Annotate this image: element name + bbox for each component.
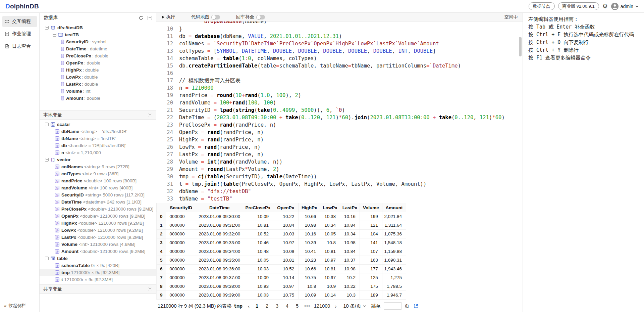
collapse-shared-icon[interactable] — [148, 287, 152, 291]
page-number[interactable]: 5 — [292, 303, 302, 309]
refresh-icon[interactable] — [139, 15, 144, 20]
table-row[interactable]: 10000002023.01.08 09:31:0010.8110.8410.9… — [157, 221, 406, 230]
variable-item[interactable]: @HighPx<double> 1210000 rows [9.2MB] — [40, 220, 156, 227]
db-tree-column[interactable]: PreClosePx: double — [40, 52, 156, 59]
scrollbar-thumb[interactable] — [519, 37, 522, 56]
variable-desc: <int> = 1,210,000 — [65, 150, 101, 155]
column-header[interactable]: SecurityID — [166, 203, 196, 212]
column-header[interactable]: LastPx — [340, 203, 360, 212]
variable-item[interactable]: @tmp1210000r × 9c [92.3MB] — [40, 269, 156, 276]
table-row[interactable]: 00000002023.01.08 09:30:0010.0910.2210.6… — [157, 212, 406, 221]
variable-item[interactable]: @db<handle> = 'DB[dfs://testDB]' — [40, 142, 156, 149]
column-header[interactable]: PreClosePx — [243, 203, 273, 212]
logo-text: olphinDB — [10, 3, 39, 10]
variable-item[interactable]: @schemaTable0r × 9c [420B] — [40, 262, 156, 269]
column-header[interactable]: Amount — [382, 203, 406, 212]
play-icon — [162, 15, 164, 19]
variable-item[interactable]: @randVolume<int> 100 rows [400B] — [40, 184, 156, 191]
tree-collapse-icon[interactable] — [45, 123, 49, 126]
variable-item[interactable]: @n<int> = 1,210,000 — [40, 149, 156, 156]
sidebar-item-interactive-programming[interactable]: 交互编程 — [2, 16, 37, 27]
table-row[interactable]: 70000002023.01.08 09:37:0010.0910.1410.7… — [157, 273, 406, 282]
db-tree-column[interactable]: SecurityID: symbol — [40, 38, 156, 45]
variable-item[interactable]: @tbName<string> = 'testTB' — [40, 135, 156, 142]
collapse-panel-icon[interactable] — [148, 16, 152, 20]
page-size-select[interactable]: 10 条/页 — [343, 303, 366, 309]
data-node-badge[interactable]: 数据节点 — [529, 2, 555, 10]
pagination-bar: 1210000 行 9 列 (92.3 MB) 的表格tmp‹12345•••1… — [156, 300, 523, 312]
variable-item[interactable]: @LastPx<double> 1210000 rows [9.2MB] — [40, 234, 156, 241]
db-tree-column[interactable]: Volume: int — [40, 88, 156, 95]
db-tree-column[interactable]: DateTime: datetime — [40, 45, 156, 52]
db-tree-node-table[interactable]: testTB — [40, 31, 156, 38]
code-text: randPrice = round(10+rand(1.0, 100), 2) — [173, 92, 301, 99]
page-number[interactable]: 3 — [272, 303, 282, 309]
version-badge[interactable]: 商业版 v2.00.9.1 — [558, 2, 599, 10]
column-header[interactable]: Volume — [360, 203, 382, 212]
column-header[interactable]: HighPx — [299, 203, 320, 212]
tree-collapse-icon[interactable] — [45, 257, 49, 260]
table-row[interactable]: 60000002023.01.08 09:36:0010.0310.5210.6… — [157, 265, 406, 273]
jump-page-input[interactable] — [384, 302, 402, 310]
page-number[interactable]: 2 — [262, 303, 272, 309]
page-number[interactable]: 4 — [282, 303, 292, 309]
table-row[interactable]: 50000002023.01.08 09:35:0010.0510.8110.2… — [157, 256, 406, 265]
variable-item[interactable]: @OpenPx<double> 1210000 rows [9.2MB] — [40, 213, 156, 220]
variable-name: DateTime — [61, 199, 82, 205]
column-header[interactable]: DateTime — [196, 203, 243, 212]
variable-item[interactable]: @t1210000r × 9c [92.3MB] — [40, 276, 156, 283]
page-number[interactable]: 1 — [252, 303, 262, 309]
db-tree-column[interactable]: Amount: double — [40, 95, 156, 102]
variable-item[interactable]: @LowPx<double> 1210000 rows [9.2MB] — [40, 227, 156, 234]
variable-item[interactable]: @randPrice<double> 100 rows [800B] — [40, 177, 156, 184]
table-row[interactable]: 20000002023.01.08 09:32:0010.5210.0310.1… — [157, 230, 406, 238]
db-tree-column[interactable]: OpenPx: double — [40, 59, 156, 66]
table-row[interactable]: 80000002023.01.08 09:38:0010.9310.9710.8… — [157, 282, 406, 291]
db-tree-column[interactable]: LastPx: double — [40, 81, 156, 88]
table-cell: 2023.01.08 09:34:00 — [196, 247, 243, 256]
variable-item[interactable]: @colTypes<int> 9 rows [36B] — [40, 170, 156, 177]
next-page-button[interactable]: › — [333, 303, 338, 309]
db-tree-column[interactable]: LowPx: double — [40, 74, 156, 81]
table-row[interactable]: 30000002023.01.08 09:33:0010.4610.9710.3… — [157, 238, 406, 247]
column-header[interactable]: LowPx — [320, 203, 340, 212]
tree-collapse-icon[interactable] — [53, 33, 56, 37]
db-tree-node-database[interactable]: dfs://testDB — [40, 24, 156, 31]
code-map-toggle[interactable] — [211, 15, 220, 19]
db-tree-column[interactable]: HighPx: double — [40, 66, 156, 74]
table-row[interactable]: 40000002023.01.08 09:34:0010.4810.0910.4… — [157, 247, 406, 256]
column-header[interactable]: OpenPx — [273, 203, 299, 212]
table-cell: 1,548.18 — [382, 238, 406, 247]
export-table-icon[interactable] — [413, 304, 418, 309]
variable-item[interactable]: @Amount<double> 1210000 rows [9.2MB] — [40, 248, 156, 255]
code-editor[interactable]: dropDatabase(dbName)10}11db = database(d… — [156, 21, 523, 203]
user-menu[interactable]: admin — [611, 3, 639, 10]
table-row[interactable]: 90000002023.01.08 09:39:0010.0310.7510.0… — [157, 291, 406, 300]
prev-page-button[interactable]: ‹ — [246, 303, 252, 309]
variables-group-vector[interactable]: []vector — [40, 156, 156, 163]
collapse-sidebar-button[interactable]: « 收起侧栏 — [4, 303, 26, 309]
table-cell: 10.09 — [243, 212, 273, 221]
settings-gear-icon[interactable]: ⚙ — [602, 3, 608, 10]
editor-scrollbar[interactable] — [519, 23, 522, 201]
variables-group-table[interactable]: table — [40, 255, 156, 262]
variable-desc: <string> = 'dfs://testDB' — [80, 129, 127, 134]
enter-complete-label: 回车补全 — [236, 14, 254, 20]
variable-item[interactable]: @Volume<int> 1210000 rows [4.6MB] — [40, 241, 156, 248]
sidebar-item-log-viewer[interactable]: 日志查看 — [2, 41, 37, 52]
variable-item[interactable]: @colNames<string> 9 rows [272B] — [40, 163, 156, 170]
variable-icon: @ — [55, 235, 59, 239]
collapse-variables-icon[interactable] — [148, 113, 152, 117]
variable-item[interactable]: @PreClosePx<double> 1210000 rows [9.2MB] — [40, 206, 156, 213]
variable-item[interactable]: @SecurityID<string> 5000 rows [117.2KB] — [40, 191, 156, 198]
enter-complete-toggle[interactable] — [256, 15, 265, 19]
variable-item[interactable]: @DateTime<datetime> 242 rows [1.1KB] — [40, 198, 156, 206]
variables-group-scalar[interactable]: 1scalar — [40, 121, 156, 128]
table-cell: 163 — [360, 256, 382, 265]
page-number[interactable]: 121000 — [313, 303, 331, 309]
sidebar-item-job-management[interactable]: 作业管理 — [2, 28, 37, 40]
variable-item[interactable]: @dbName<string> = 'dfs://testDB' — [40, 128, 156, 135]
run-button[interactable]: 执行 — [162, 14, 175, 20]
tree-collapse-icon[interactable] — [45, 26, 49, 30]
tree-collapse-icon[interactable] — [45, 158, 49, 162]
